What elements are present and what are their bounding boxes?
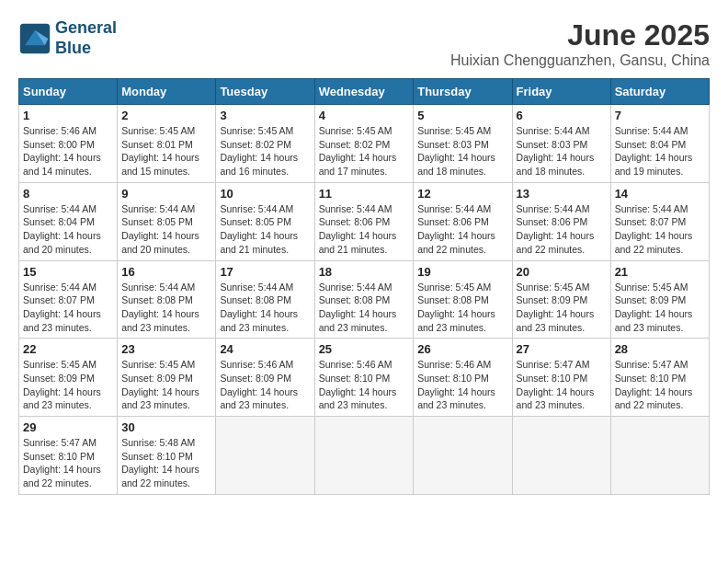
- day-info: Sunrise: 5:45 AMSunset: 8:09 PMDaylight:…: [517, 281, 607, 335]
- day-cell: 30Sunrise: 5:48 AMSunset: 8:10 PMDayligh…: [118, 417, 216, 495]
- day-cell: 9Sunrise: 5:44 AMSunset: 8:05 PMDaylight…: [118, 182, 216, 260]
- day-number: 1: [23, 109, 113, 122]
- day-number: 27: [517, 342, 607, 356]
- day-number: 20: [517, 265, 607, 279]
- day-info: Sunrise: 5:44 AMSunset: 8:07 PMDaylight:…: [615, 202, 705, 257]
- day-number: 25: [319, 342, 410, 356]
- day-cell: 14Sunrise: 5:44 AMSunset: 8:07 PMDayligh…: [610, 182, 709, 260]
- day-cell: 3Sunrise: 5:45 AMSunset: 8:02 PMDaylight…: [216, 105, 314, 183]
- day-number: 17: [220, 265, 310, 279]
- week-row-2: 8Sunrise: 5:44 AMSunset: 8:04 PMDaylight…: [19, 182, 710, 260]
- day-info: Sunrise: 5:46 AMSunset: 8:00 PMDaylight:…: [23, 124, 113, 178]
- day-cell: 21Sunrise: 5:45 AMSunset: 8:09 PMDayligh…: [610, 260, 709, 339]
- day-number: 3: [220, 109, 310, 122]
- day-info: Sunrise: 5:45 AMSunset: 8:02 PMDaylight:…: [220, 124, 310, 178]
- logo-line2: Blue: [55, 39, 117, 59]
- day-number: 29: [23, 420, 113, 434]
- day-cell: 7Sunrise: 5:44 AMSunset: 8:04 PMDaylight…: [610, 105, 709, 183]
- day-number: 24: [220, 342, 310, 356]
- day-info: Sunrise: 5:44 AMSunset: 8:08 PMDaylight:…: [319, 281, 410, 335]
- day-number: 7: [615, 109, 705, 122]
- day-number: 16: [121, 265, 211, 279]
- day-cell: 8Sunrise: 5:44 AMSunset: 8:04 PMDaylight…: [19, 182, 118, 260]
- day-cell: 23Sunrise: 5:45 AMSunset: 8:09 PMDayligh…: [118, 339, 216, 417]
- day-cell: 5Sunrise: 5:45 AMSunset: 8:03 PMDaylight…: [414, 105, 512, 183]
- day-cell: 1Sunrise: 5:46 AMSunset: 8:00 PMDaylight…: [19, 105, 118, 183]
- day-cell: 4Sunrise: 5:45 AMSunset: 8:02 PMDaylight…: [314, 105, 414, 183]
- day-number: 8: [23, 187, 113, 201]
- page-header: General Blue June 2025 Huixian Chengguan…: [18, 18, 710, 69]
- day-cell: 20Sunrise: 5:45 AMSunset: 8:09 PMDayligh…: [512, 260, 610, 339]
- day-cell: 17Sunrise: 5:44 AMSunset: 8:08 PMDayligh…: [216, 260, 314, 339]
- day-info: Sunrise: 5:44 AMSunset: 8:07 PMDaylight:…: [23, 281, 113, 335]
- day-cell: 27Sunrise: 5:47 AMSunset: 8:10 PMDayligh…: [512, 339, 610, 417]
- day-number: 28: [615, 342, 705, 356]
- day-number: 18: [319, 265, 410, 279]
- day-number: 22: [23, 342, 113, 356]
- header-tuesday: Tuesday: [216, 79, 314, 105]
- day-cell: 22Sunrise: 5:45 AMSunset: 8:09 PMDayligh…: [19, 339, 118, 417]
- day-info: Sunrise: 5:45 AMSunset: 8:09 PMDaylight:…: [615, 281, 705, 335]
- day-number: 4: [319, 109, 410, 122]
- day-info: Sunrise: 5:44 AMSunset: 8:03 PMDaylight:…: [517, 124, 607, 178]
- week-row-3: 15Sunrise: 5:44 AMSunset: 8:07 PMDayligh…: [19, 260, 710, 339]
- day-info: Sunrise: 5:45 AMSunset: 8:08 PMDaylight:…: [417, 281, 507, 335]
- logo-line1: General: [55, 18, 117, 39]
- day-info: Sunrise: 5:46 AMSunset: 8:10 PMDaylight:…: [417, 358, 507, 412]
- day-info: Sunrise: 5:45 AMSunset: 8:01 PMDaylight:…: [121, 124, 211, 178]
- calendar-header: SundayMondayTuesdayWednesdayThursdayFrid…: [19, 79, 710, 105]
- day-info: Sunrise: 5:44 AMSunset: 8:08 PMDaylight:…: [220, 281, 310, 335]
- day-cell: [216, 417, 314, 495]
- week-row-5: 29Sunrise: 5:47 AMSunset: 8:10 PMDayligh…: [19, 417, 710, 495]
- day-cell: 10Sunrise: 5:44 AMSunset: 8:05 PMDayligh…: [216, 182, 314, 260]
- day-info: Sunrise: 5:44 AMSunset: 8:06 PMDaylight:…: [417, 202, 507, 257]
- day-number: 26: [417, 342, 507, 356]
- day-number: 9: [121, 187, 211, 201]
- day-number: 12: [417, 187, 507, 201]
- day-cell: [512, 417, 610, 495]
- day-info: Sunrise: 5:44 AMSunset: 8:08 PMDaylight:…: [121, 281, 211, 335]
- header-saturday: Saturday: [610, 79, 709, 105]
- day-cell: [314, 417, 414, 495]
- day-number: 15: [23, 265, 113, 279]
- week-row-4: 22Sunrise: 5:45 AMSunset: 8:09 PMDayligh…: [19, 339, 710, 417]
- day-info: Sunrise: 5:45 AMSunset: 8:09 PMDaylight:…: [121, 358, 211, 412]
- day-cell: 16Sunrise: 5:44 AMSunset: 8:08 PMDayligh…: [118, 260, 216, 339]
- header-sunday: Sunday: [19, 79, 118, 105]
- day-cell: 28Sunrise: 5:47 AMSunset: 8:10 PMDayligh…: [610, 339, 709, 417]
- day-number: 23: [121, 342, 211, 356]
- month-title: June 2025: [450, 18, 710, 52]
- day-number: 21: [615, 265, 705, 279]
- day-cell: 19Sunrise: 5:45 AMSunset: 8:08 PMDayligh…: [414, 260, 512, 339]
- logo: General Blue: [18, 18, 117, 58]
- day-number: 2: [121, 109, 211, 122]
- day-info: Sunrise: 5:45 AMSunset: 8:09 PMDaylight:…: [23, 358, 113, 412]
- day-info: Sunrise: 5:45 AMSunset: 8:02 PMDaylight:…: [319, 124, 410, 178]
- day-info: Sunrise: 5:47 AMSunset: 8:10 PMDaylight:…: [615, 358, 705, 412]
- calendar-body: 1Sunrise: 5:46 AMSunset: 8:00 PMDaylight…: [19, 105, 710, 495]
- day-info: Sunrise: 5:44 AMSunset: 8:05 PMDaylight:…: [121, 202, 211, 257]
- day-info: Sunrise: 5:47 AMSunset: 8:10 PMDaylight:…: [517, 358, 607, 412]
- day-cell: 15Sunrise: 5:44 AMSunset: 8:07 PMDayligh…: [19, 260, 118, 339]
- day-info: Sunrise: 5:44 AMSunset: 8:04 PMDaylight:…: [23, 202, 113, 257]
- day-info: Sunrise: 5:48 AMSunset: 8:10 PMDaylight:…: [121, 436, 211, 490]
- day-number: 11: [319, 187, 410, 201]
- day-info: Sunrise: 5:44 AMSunset: 8:06 PMDaylight:…: [319, 202, 410, 257]
- week-row-1: 1Sunrise: 5:46 AMSunset: 8:00 PMDaylight…: [19, 105, 710, 183]
- day-cell: 18Sunrise: 5:44 AMSunset: 8:08 PMDayligh…: [314, 260, 414, 339]
- header-monday: Monday: [118, 79, 216, 105]
- location-title: Huixian Chengguanzhen, Gansu, China: [450, 52, 710, 69]
- day-cell: 24Sunrise: 5:46 AMSunset: 8:09 PMDayligh…: [216, 339, 314, 417]
- day-cell: [610, 417, 709, 495]
- day-cell: 25Sunrise: 5:46 AMSunset: 8:10 PMDayligh…: [314, 339, 414, 417]
- day-number: 14: [615, 187, 705, 201]
- day-number: 19: [417, 265, 507, 279]
- day-info: Sunrise: 5:44 AMSunset: 8:04 PMDaylight:…: [615, 124, 705, 178]
- calendar-table: SundayMondayTuesdayWednesdayThursdayFrid…: [18, 78, 710, 495]
- day-info: Sunrise: 5:44 AMSunset: 8:05 PMDaylight:…: [220, 202, 310, 257]
- day-cell: 11Sunrise: 5:44 AMSunset: 8:06 PMDayligh…: [314, 182, 414, 260]
- day-number: 5: [417, 109, 507, 122]
- day-info: Sunrise: 5:44 AMSunset: 8:06 PMDaylight:…: [517, 202, 607, 257]
- header-wednesday: Wednesday: [314, 79, 414, 105]
- day-info: Sunrise: 5:46 AMSunset: 8:09 PMDaylight:…: [220, 358, 310, 412]
